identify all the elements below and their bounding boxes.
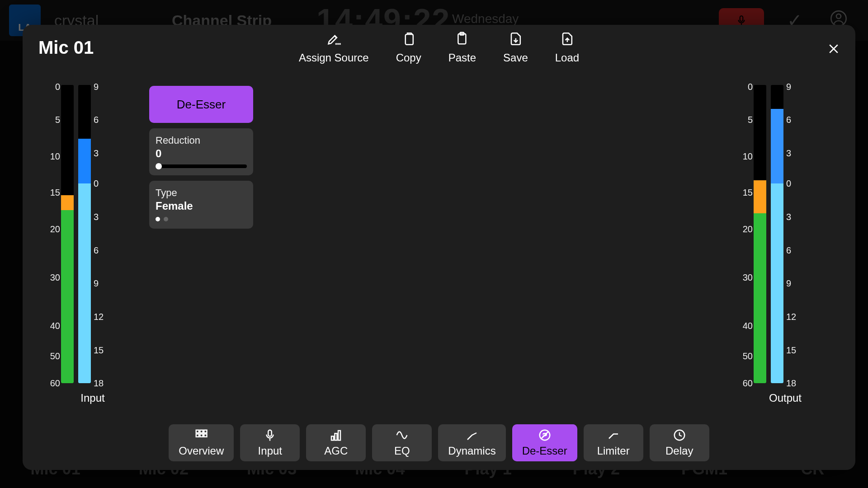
paste-label: Paste [448, 52, 476, 64]
svg-rect-17 [204, 434, 207, 437]
assign-source-button[interactable]: Assign Source [299, 31, 369, 64]
reduction-slider[interactable] [156, 164, 247, 168]
tab-label: Delay [665, 445, 693, 457]
clock-icon [673, 428, 686, 442]
output-scale-gain: 9 6 3 0 3 6 9 12 15 18 [783, 84, 799, 386]
reduction-value: 0 [156, 147, 247, 160]
svg-rect-7 [406, 34, 413, 45]
save-label: Save [503, 52, 528, 64]
curve-icon [465, 428, 479, 442]
modal-body: 0 5 10 15 20 30 40 50 60 [23, 70, 855, 422]
tab-label: Limiter [597, 445, 630, 457]
load-label: Load [555, 52, 579, 64]
tab-label: De-Esser [522, 445, 567, 457]
svg-rect-16 [200, 434, 203, 437]
paste-button[interactable]: Paste [448, 31, 476, 64]
deesser-controls: De-Esser Reduction 0 Type Female [149, 86, 253, 234]
svg-rect-18 [269, 430, 272, 436]
grid-icon [194, 428, 208, 442]
tab-deesser[interactable]: De-Esser [512, 424, 577, 461]
svg-point-6 [340, 44, 340, 44]
output-meter-label: Output [736, 392, 835, 404]
tab-label: Input [258, 445, 282, 457]
slider-thumb[interactable] [156, 163, 162, 169]
type-value: Female [156, 200, 247, 212]
svg-rect-21 [335, 433, 337, 440]
copy-label: Copy [396, 52, 421, 64]
tab-dynamics[interactable]: Dynamics [438, 424, 505, 461]
copy-icon [401, 31, 417, 47]
svg-rect-14 [204, 430, 207, 433]
input-meter-block: 0 5 10 15 20 30 40 50 60 [43, 84, 142, 404]
input-scale-db: 0 5 10 15 20 30 40 50 60 [43, 84, 61, 386]
tab-input[interactable]: Input [240, 424, 300, 461]
copy-button[interactable]: Copy [396, 31, 421, 64]
dot-active[interactable] [156, 217, 160, 221]
type-label: Type [156, 187, 247, 199]
svg-rect-15 [196, 434, 199, 437]
svg-rect-12 [196, 430, 199, 433]
pencil-icon [326, 31, 342, 47]
limiter-icon [607, 428, 620, 442]
modal-footer-tabs: Overview Input AGC EQ Dynamics De-Esser … [23, 422, 855, 470]
output-meter-block: 0 5 10 15 20 30 40 50 60 [736, 84, 835, 404]
modal-title: Mic 01 [38, 38, 94, 58]
input-scale-gain: 9 6 3 0 3 6 9 12 15 18 [91, 84, 106, 386]
output-level-bar [754, 85, 766, 383]
svg-point-5 [338, 44, 338, 44]
modal-header: Mic 01 Assign Source Copy Paste Save Loa… [23, 25, 855, 70]
output-gain-bar [771, 85, 783, 383]
output-scale-db: 0 5 10 15 20 30 40 50 60 [736, 84, 754, 386]
input-gain-bar [78, 85, 91, 383]
tab-delay[interactable]: Delay [650, 424, 709, 461]
tab-label: Overview [179, 445, 224, 457]
tab-label: Dynamics [448, 445, 495, 457]
load-icon [559, 31, 575, 47]
svg-point-4 [336, 44, 336, 44]
svg-rect-20 [331, 436, 334, 441]
type-selector-dots[interactable] [156, 217, 247, 221]
tab-agc[interactable]: AGC [306, 424, 366, 461]
wave-icon [395, 428, 409, 442]
channel-modal: Mic 01 Assign Source Copy Paste Save Loa… [23, 25, 855, 470]
tab-overview[interactable]: Overview [169, 424, 234, 461]
svg-line-24 [541, 432, 548, 439]
svg-rect-22 [338, 431, 340, 440]
dot[interactable] [164, 217, 168, 221]
close-button[interactable] [826, 41, 842, 57]
tab-label: EQ [394, 445, 410, 457]
input-level-bar [61, 85, 74, 383]
save-icon [507, 31, 524, 47]
tab-eq[interactable]: EQ [372, 424, 432, 461]
modal-toolbar: Assign Source Copy Paste Save Load [299, 31, 579, 64]
paste-icon [454, 31, 470, 47]
tab-label: AGC [324, 445, 348, 457]
deesser-toggle-button[interactable]: De-Esser [149, 86, 253, 123]
mic-icon [263, 428, 277, 442]
load-button[interactable]: Load [555, 31, 579, 64]
tab-limiter[interactable]: Limiter [584, 424, 643, 461]
deesser-icon [538, 428, 552, 442]
reduction-label: Reduction [156, 135, 247, 146]
save-button[interactable]: Save [503, 31, 528, 64]
type-panel[interactable]: Type Female [149, 181, 253, 229]
assign-source-label: Assign Source [299, 52, 369, 64]
bars-icon [329, 428, 343, 442]
input-meter-label: Input [43, 392, 142, 404]
reduction-panel[interactable]: Reduction 0 [149, 128, 253, 175]
svg-rect-13 [200, 430, 203, 433]
